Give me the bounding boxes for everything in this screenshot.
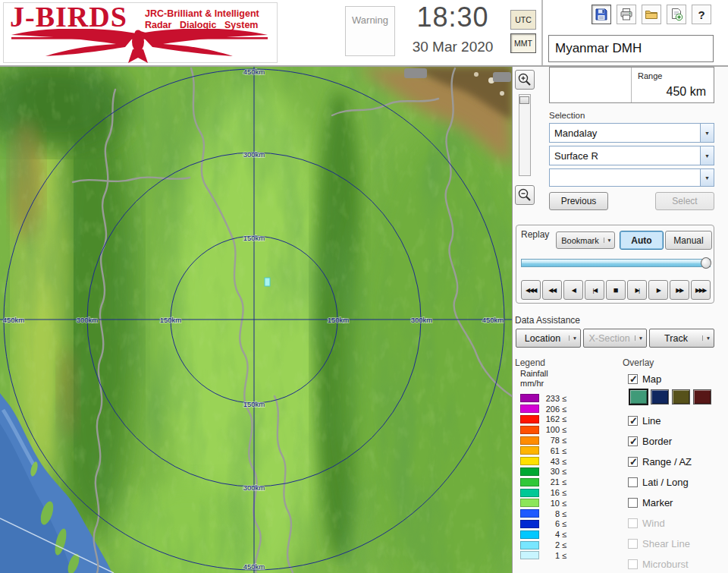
legend-value: 8 [539, 509, 560, 518]
radar-map[interactable]: 450km 300km 150km 150km 300km 450km 450k… [0, 67, 512, 573]
legend-suffix: ≤ [562, 414, 566, 423]
map-style-swatch[interactable] [693, 389, 711, 405]
legend-value: 6 [539, 519, 560, 528]
legend-color-swatch [520, 489, 539, 497]
map-style-swatch[interactable] [629, 389, 648, 405]
legend-suffix: ≤ [562, 467, 566, 476]
replay-group: Replay Bookmark ▼ Auto Manual ◀◀◀ ◀◀ ◀ |… [516, 225, 714, 304]
track-label: Track [650, 333, 702, 344]
mmt-button[interactable]: MMT [510, 33, 536, 53]
map-style-swatch[interactable] [672, 389, 690, 405]
overlay-row-map[interactable]: Map [628, 373, 726, 385]
chevron-down-icon[interactable]: ▼ [700, 124, 714, 142]
zoom-slider[interactable] [519, 94, 531, 176]
export-button[interactable] [667, 5, 686, 24]
zoom-out-button[interactable] [515, 185, 535, 205]
playback-play-button[interactable]: ▶ [648, 280, 668, 300]
legend-suffix: ≤ [562, 394, 566, 403]
overlay-row-marker[interactable]: Marker [628, 496, 726, 508]
legend-color-swatch [520, 509, 539, 518]
playback-fast-rewind-button[interactable]: ◀◀ [542, 280, 562, 300]
legend-scale: 233≤ 206≤ 162≤ 100≤ 78≤ 61≤ 43≤ 30≤ 21≤ … [520, 393, 566, 561]
open-folder-button[interactable] [642, 5, 661, 24]
chevron-down-icon[interactable]: ▼ [635, 335, 646, 341]
timezone-switch: UTC MMT [510, 10, 536, 57]
legend-color-swatch [520, 530, 539, 539]
eagle-icon [4, 29, 277, 64]
site-dropdown[interactable]: Mandalay ▼ [549, 123, 714, 143]
warning-indicator[interactable]: Warning [345, 6, 395, 56]
replay-timeline-slider[interactable] [521, 259, 711, 267]
station-title: Myanmar DMH [548, 35, 714, 62]
chevron-down-icon[interactable]: ▼ [700, 169, 714, 186]
playback-to-start-button[interactable]: ◀◀◀ [521, 280, 541, 300]
border-checkbox[interactable] [628, 436, 638, 446]
help-button[interactable]: ? [692, 5, 711, 24]
overlay-row-lati-long[interactable]: Lati / Long [628, 476, 726, 488]
data-assistance-label: Data Assistance [515, 315, 580, 326]
legend-row: 6≤ [520, 519, 566, 530]
location-button[interactable]: Location ▼ [516, 329, 581, 348]
legend-unit-line2: mm/hr [520, 379, 566, 389]
bookmark-label: Bookmark [557, 236, 604, 245]
overlay-title: Overlay [623, 357, 654, 368]
playback-step-back-button[interactable]: |◀ [585, 280, 604, 300]
map-style-swatch[interactable] [651, 389, 669, 405]
previous-button[interactable]: Previous [549, 192, 608, 210]
zoom-slider-handle[interactable] [519, 96, 529, 104]
manual-mode-button[interactable]: Manual [665, 231, 712, 250]
legend-value: 21 [539, 477, 560, 486]
select-button[interactable]: Select [655, 192, 714, 210]
legend-row: 4≤ [520, 529, 566, 540]
map-checkbox[interactable] [628, 374, 638, 384]
zoom-in-icon [517, 72, 532, 87]
overlay-label: Microburst [642, 559, 689, 570]
utc-button[interactable]: UTC [510, 10, 536, 30]
line-checkbox[interactable] [628, 416, 638, 426]
replay-slider-thumb[interactable] [701, 257, 711, 269]
overlay-label: Line [642, 415, 661, 427]
legend-value: 162 [539, 414, 560, 423]
product-dropdown-value: Surface R [550, 150, 700, 162]
legend-suffix: ≤ [562, 551, 566, 560]
playback-step-forward-button[interactable]: ▶| [627, 280, 647, 300]
chevron-down-icon[interactable]: ▼ [604, 238, 614, 243]
marker-checkbox[interactable] [628, 498, 638, 508]
legend-row: 1≤ [520, 550, 566, 561]
legend-value: 2 [539, 540, 560, 549]
print-button[interactable] [617, 5, 636, 24]
playback-reverse-button[interactable]: ◀ [563, 280, 583, 300]
chevron-down-icon[interactable]: ▼ [702, 335, 714, 341]
header-divider [541, 0, 543, 65]
bookmark-button[interactable]: Bookmark ▼ [556, 231, 615, 249]
radar-map-canvas: 450km 300km 150km 150km 300km 450km 450k… [0, 67, 512, 573]
range-readout: Range 450 km [549, 67, 714, 103]
extra-dropdown[interactable]: ▼ [549, 168, 714, 187]
playback-stop-button[interactable]: ■ [606, 280, 626, 300]
legend-suffix: ≤ [562, 446, 566, 455]
lati-long-checkbox[interactable] [628, 477, 638, 487]
overlay-row-range-az[interactable]: Range / AZ [628, 455, 726, 468]
ring-label: 300km [411, 316, 433, 324]
overlay-row-line[interactable]: Line [628, 414, 726, 427]
jbirds-app: JRC-Brilliant & Intelligent J-BIRDS JRC-… [0, 0, 728, 573]
shear-line-checkbox [628, 539, 638, 549]
save-button[interactable] [592, 5, 611, 24]
playback-to-end-button[interactable]: ▶▶▶ [691, 280, 711, 300]
replay-label: Replay [521, 229, 549, 240]
zoom-in-button[interactable] [515, 70, 535, 90]
track-button[interactable]: Track ▼ [649, 329, 714, 348]
chevron-down-icon[interactable]: ▼ [569, 335, 580, 341]
control-panel: Range 450 km Selection Mandalay ▼ Surfac… [512, 67, 728, 573]
auto-mode-button[interactable]: Auto [620, 231, 664, 250]
overlay-label: Lati / Long [642, 477, 689, 488]
legend-color-swatch [520, 457, 539, 465]
chevron-down-icon[interactable]: ▼ [700, 146, 714, 165]
overlay-row-border[interactable]: Border [628, 435, 726, 447]
xsection-button[interactable]: X-Section ▼ [583, 329, 647, 348]
overlay-label: Wind [642, 518, 665, 529]
legend-unit-line1: Rainfall [520, 369, 566, 379]
range-az-checkbox[interactable] [628, 457, 638, 467]
playback-fast-forward-button[interactable]: ▶▶ [670, 280, 689, 300]
product-dropdown[interactable]: Surface R ▼ [549, 146, 714, 165]
